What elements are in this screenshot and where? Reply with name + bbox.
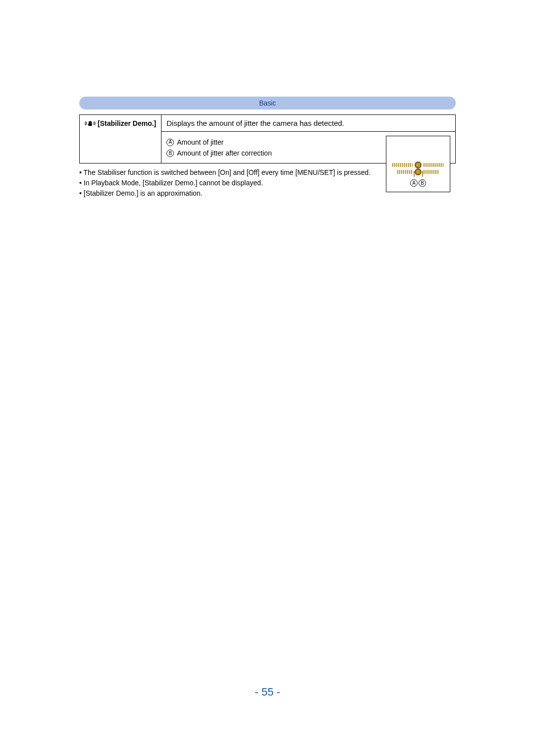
feature-label-cell: [Stabilizer Demo.] [80,115,161,163]
legend-text-b: Amount of jitter after correction [177,148,271,159]
legend-mark-b: B [166,150,174,157]
marker-label-a: A [410,179,418,187]
marker-line-b [422,171,423,177]
marker-label-b: B [419,179,426,187]
page-number: - 55 - [0,686,535,699]
legend-text-a: Amount of jitter [177,137,223,148]
hand-icon [415,162,422,168]
feature-table: [Stabilizer Demo.] Displays the amount o… [79,114,456,163]
stabilizer-hand-icon [85,119,96,128]
jitter-bar-raw [392,163,444,167]
feature-body-cell: A Amount of jitter B Amount of jitter af… [161,132,456,163]
feature-description-cell: Displays the amount of jitter the camera… [161,115,456,132]
section-header-title: Basic [259,99,276,107]
page-content: Basic [79,97,456,199]
hand-lock-icon [415,168,422,175]
legend-mark-a: A [166,139,174,146]
jitter-bar-corrected [397,170,439,174]
feature-label-text: [Stabilizer Demo.] [98,119,156,127]
marker-line-a [414,171,415,177]
section-header: Basic [79,97,456,109]
feature-description: Displays the amount of jitter the camera… [166,119,344,127]
preview-illustration: A B [386,136,450,192]
